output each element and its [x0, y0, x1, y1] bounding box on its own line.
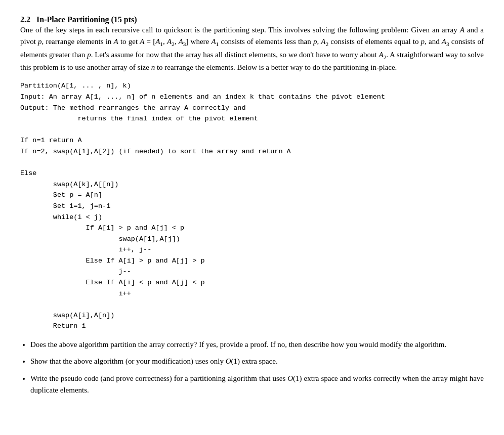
bullet-1: Does the above algorithm partition the a…: [30, 339, 484, 351]
question-list: Does the above algorithm partition the a…: [30, 339, 484, 396]
section-header: 2.2 In-Place Partitioning (15 pts): [20, 15, 484, 24]
bullet-2: Show that the above algorithm (or your m…: [30, 356, 484, 367]
bullet-3: Write the pseudo code (and prove correct…: [30, 373, 484, 397]
section-title-text: In-Place Partitioning (15 pts): [36, 15, 137, 24]
intro-paragraph: One of the key steps in each recursive c…: [20, 24, 484, 73]
section-number: 2.2: [20, 15, 30, 24]
algorithm-signature: Partition(A[1, ... , n], k) Input: An ar…: [20, 82, 385, 330]
algorithm-block: Partition(A[1, ... , n], k) Input: An ar…: [20, 80, 484, 332]
